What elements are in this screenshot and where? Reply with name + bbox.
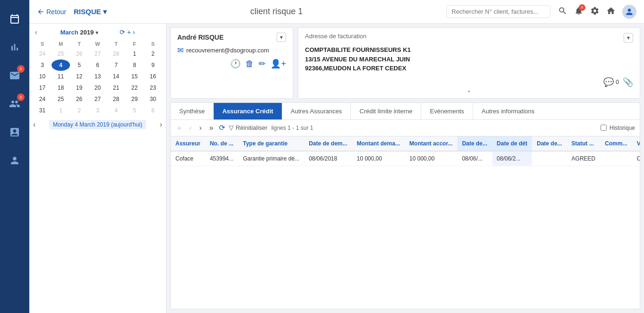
back-button[interactable]: Retour	[37, 8, 66, 16]
sidebar-item-chart[interactable]	[0, 33, 29, 61]
cal-add-btn[interactable]: +	[127, 28, 131, 36]
avatar[interactable]	[622, 5, 636, 19]
historique-input[interactable]	[600, 125, 607, 131]
home-icon-btn[interactable]	[606, 6, 616, 17]
delete-btn[interactable]: 🗑	[245, 59, 254, 69]
col-montant-dema[interactable]: Montant dema...	[352, 136, 404, 151]
address-dropdown-btn[interactable]: ▾	[624, 33, 633, 42]
cal-day[interactable]: 7	[107, 59, 125, 71]
cal-day[interactable]: 11	[52, 71, 70, 82]
cal-day[interactable]: 8	[125, 59, 144, 71]
col-valide[interactable]: Validé ...	[632, 136, 640, 151]
cal-day[interactable]: 30	[144, 93, 162, 105]
cal-day[interactable]: 16	[144, 71, 162, 82]
cal-day[interactable]: 2	[144, 48, 162, 59]
table-next-btn[interactable]: ›	[197, 123, 203, 133]
cal-day[interactable]: 4	[107, 105, 125, 116]
cal-day[interactable]: 25	[52, 48, 70, 59]
cal-day[interactable]: 24	[33, 93, 52, 105]
cal-day[interactable]: 26	[70, 48, 88, 59]
cell-date-de2	[532, 151, 566, 166]
col-date-dem[interactable]: Date de dem...	[304, 136, 352, 151]
cal-day[interactable]: 23	[144, 82, 162, 93]
cal-today-btn[interactable]: ⟳	[120, 28, 125, 36]
cal-footer-prev[interactable]: ‹	[33, 120, 35, 129]
col-date-det[interactable]: Date de dét	[492, 136, 532, 151]
table-last-btn[interactable]: »	[208, 123, 216, 133]
sidebar-item-calendar[interactable]	[0, 5, 29, 33]
cal-prev-btn[interactable]: ‹	[33, 27, 39, 37]
cal-day[interactable]: 1	[125, 48, 144, 59]
search-icon-btn[interactable]	[558, 6, 567, 17]
cal-day[interactable]: 3	[33, 59, 52, 71]
cal-day[interactable]: 2	[70, 105, 88, 116]
cal-month-label[interactable]: March 2019 ▾	[60, 29, 98, 36]
col-date-de2[interactable]: Date de...	[532, 136, 566, 151]
search-input[interactable]	[446, 5, 550, 18]
col-assureur[interactable]: Assureur	[171, 136, 205, 151]
cal-day[interactable]: 28	[107, 93, 125, 105]
cal-day[interactable]: 27	[88, 48, 107, 59]
tab-autres-assurances[interactable]: Autres Assurances	[282, 103, 351, 119]
cal-day[interactable]: 17	[33, 82, 52, 93]
cal-day[interactable]: 21	[107, 82, 125, 93]
table-prev-btn[interactable]: ‹	[187, 123, 193, 133]
cal-day[interactable]: 22	[125, 82, 144, 93]
settings-icon-btn[interactable]	[590, 6, 600, 17]
table-refresh-btn[interactable]: ⟳	[219, 123, 225, 132]
cal-day[interactable]: 10	[33, 71, 52, 82]
cal-day[interactable]: 6	[88, 59, 107, 71]
col-montant-accor[interactable]: Montant accor...	[405, 136, 457, 151]
chat-btn[interactable]: 💬 0	[603, 77, 619, 87]
cal-day[interactable]: 28	[107, 48, 125, 59]
cal-day[interactable]: 14	[107, 71, 125, 82]
customer-name[interactable]: André RISQUE	[177, 34, 224, 41]
sidebar-item-messages[interactable]: 0	[0, 61, 29, 90]
tab-evenements[interactable]: Evènements	[421, 103, 473, 119]
cal-day[interactable]: 27	[88, 93, 107, 105]
cal-day[interactable]: 9	[144, 59, 162, 71]
col-date-de[interactable]: Date de...	[457, 136, 492, 151]
sidebar-item-person[interactable]	[0, 146, 29, 175]
attach-btn[interactable]: 📎	[623, 77, 633, 87]
cal-day[interactable]: 12	[70, 71, 88, 82]
cal-footer-next[interactable]: ›	[160, 120, 162, 129]
edit-btn[interactable]: ✏	[259, 59, 266, 69]
cal-day[interactable]: 3	[88, 105, 107, 116]
cal-day[interactable]: 29	[125, 93, 144, 105]
cal-day[interactable]: 1	[52, 105, 70, 116]
col-statut[interactable]: Statut ...	[567, 136, 600, 151]
col-no-de[interactable]: No. de ...	[205, 136, 238, 151]
table-filter-btn[interactable]: ▽ Réinitialiser	[229, 124, 267, 131]
sidebar-item-documents[interactable]	[0, 118, 29, 146]
cal-day[interactable]: 26	[70, 93, 88, 105]
cal-day[interactable]: 15	[125, 71, 144, 82]
tab-autres-informations[interactable]: Autres informations	[473, 103, 543, 119]
cal-day[interactable]: 18	[52, 82, 70, 93]
cal-day[interactable]: 25	[52, 93, 70, 105]
cal-day[interactable]: 6	[144, 105, 162, 116]
col-type-garantie[interactable]: Type de garantie	[238, 136, 304, 151]
cal-day[interactable]: 31	[33, 105, 52, 116]
tab-synthese[interactable]: Synthèse	[171, 103, 214, 119]
risque-dropdown-icon: ▾	[103, 8, 107, 16]
tab-assurance-credit[interactable]: Assurance Crédit	[214, 103, 282, 119]
col-comm[interactable]: Comm...	[600, 136, 632, 151]
cal-day[interactable]: 13	[88, 71, 107, 82]
cal-more-btn[interactable]: ›	[133, 28, 135, 36]
history-btn[interactable]: 🕐	[230, 59, 241, 69]
cal-day[interactable]: 5	[70, 59, 88, 71]
notifications-icon-btn[interactable]: 0	[574, 6, 583, 17]
tab-credit-limite[interactable]: Crédit limite interne	[351, 103, 421, 119]
table-first-btn[interactable]: «	[175, 123, 183, 133]
cal-day[interactable]: 20	[88, 82, 107, 93]
cal-day[interactable]: 24	[33, 48, 52, 59]
customer-dropdown-btn[interactable]: ▾	[277, 33, 286, 42]
add-contact-btn[interactable]: 👤+	[270, 59, 286, 69]
risque-menu[interactable]: RISQUE ▾	[74, 8, 107, 16]
cal-day-today[interactable]: 4	[52, 59, 70, 71]
sidebar-item-users[interactable]: 0	[0, 90, 29, 118]
cal-day[interactable]: 19	[70, 82, 88, 93]
cal-today-label[interactable]: Monday 4 March 2019 (aujourd'hui)	[49, 120, 146, 129]
cal-day[interactable]: 5	[125, 105, 144, 116]
